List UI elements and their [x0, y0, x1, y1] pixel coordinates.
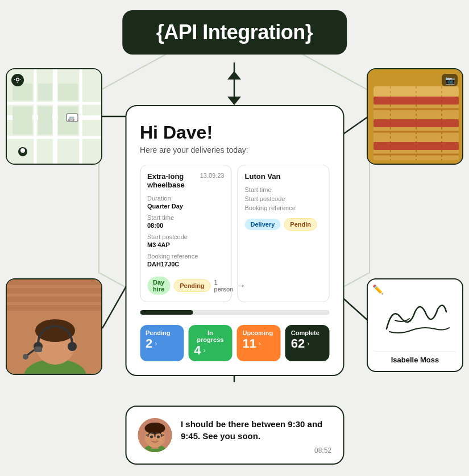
delivery-card-1: Extra-long wheelbase 13.09.23 Duration Q… [140, 165, 232, 302]
chat-avatar [138, 418, 172, 452]
signature-canvas [375, 286, 455, 348]
pencil-icon: ✏️ [372, 284, 384, 295]
delivery-card-2: Luton Van Start time Start postcode Book… [238, 165, 330, 302]
svg-marker-1 [227, 97, 241, 105]
delivery2-booking-label: Booking reference [245, 204, 322, 211]
svg-rect-45 [7, 297, 101, 302]
status-inprogress-button[interactable]: In progress 4 › [188, 325, 232, 361]
inprogress-arrow-icon: › [204, 346, 206, 354]
subgreeting-text: Here are your deliveries today: [140, 145, 329, 155]
complete-count: 62 [291, 337, 305, 350]
svg-marker-2 [227, 71, 241, 80]
svg-rect-44 [7, 288, 101, 294]
svg-point-54 [23, 354, 28, 360]
delivery1-duration-value: Quarter Day [147, 203, 225, 210]
svg-line-6 [340, 295, 368, 321]
warehouse-card: 📷 [367, 68, 463, 165]
svg-rect-15 [38, 83, 52, 101]
svg-rect-40 [373, 142, 459, 150]
svg-point-61 [150, 436, 153, 439]
complete-label: Complete [291, 329, 319, 336]
delivery1-starttime-label: Start time [147, 214, 225, 221]
svg-rect-43 [7, 279, 101, 285]
svg-rect-41 [373, 86, 459, 97]
svg-rect-46 [7, 305, 101, 311]
main-card: Hi Dave! Here are your deliveries today:… [125, 105, 344, 376]
status-upcoming-button[interactable]: Upcoming 11 › [237, 325, 281, 361]
page-title: {API Integration} [156, 20, 313, 44]
driver-card [6, 278, 102, 375]
upcoming-label: Upcoming [243, 329, 273, 336]
svg-rect-52 [34, 346, 42, 352]
signature-card: ✏️ Isabelle Moss [367, 278, 463, 372]
map-card: 🚐 [6, 68, 102, 165]
delivery1-title: Extra-long wheelbase [147, 172, 200, 189]
delivery1-duration-label: Duration [147, 195, 225, 202]
delivery1-postcode-value: M3 4AP [147, 241, 225, 248]
pending-count: 2 [146, 337, 152, 350]
svg-line-5 [340, 116, 368, 136]
svg-rect-16 [58, 83, 78, 101]
greeting-text: Hi Dave! [140, 122, 329, 143]
svg-text:🚐: 🚐 [68, 114, 75, 122]
map-location-icon [11, 74, 24, 86]
delivery1-starttime-value: 08:00 [147, 222, 225, 229]
camera-icon: 📷 [442, 74, 458, 86]
pending-arrow-icon: › [155, 340, 157, 348]
svg-point-25 [16, 78, 19, 81]
svg-rect-38 [373, 97, 459, 105]
svg-rect-19 [38, 106, 52, 135]
delivery1-booking-value: DAH17J0C [147, 261, 225, 268]
svg-point-24 [20, 148, 25, 153]
chat-time: 08:52 [181, 446, 331, 454]
status-pending-button[interactable]: Pending 2 › [140, 325, 184, 361]
signature-name: Isabelle Moss [375, 352, 455, 364]
inprogress-label: In progress [194, 329, 226, 343]
delivery1-tag3: 1 person [214, 279, 234, 293]
inprogress-count: 4 [194, 344, 201, 357]
delivery1-postcode-label: Start postcode [147, 233, 225, 240]
upcoming-count: 11 [243, 337, 256, 350]
complete-arrow-icon: › [307, 340, 309, 348]
delivery2-postcode-label: Start postcode [245, 195, 322, 202]
delivery2-title: Luton Van [245, 172, 281, 181]
svg-point-60 [146, 423, 164, 432]
delivery2-tag2[interactable]: Pendin [284, 218, 317, 231]
delivery1-booking-label: Booking reference [147, 253, 225, 260]
delivery1-tag1[interactable]: Day hire [147, 277, 170, 295]
svg-point-51 [68, 342, 77, 351]
svg-rect-18 [13, 106, 32, 135]
svg-point-49 [35, 319, 75, 342]
status-row: Pending 2 › In progress 4 › Upcoming 11 … [140, 325, 329, 361]
chat-card: I should be there between 9:30 and 9:45.… [125, 406, 344, 465]
chat-message: I should be there between 9:30 and 9:45.… [181, 418, 331, 442]
svg-point-62 [157, 436, 160, 439]
header-box: {API Integration} [122, 10, 347, 55]
pending-label: Pending [146, 329, 170, 336]
delivery-row: Extra-long wheelbase 13.09.23 Duration Q… [140, 165, 329, 302]
status-complete-button[interactable]: Complete 62 › [285, 325, 329, 361]
progress-bar [140, 310, 329, 315]
chat-content: I should be there between 9:30 and 9:45.… [181, 418, 331, 454]
delivery1-date: 13.09.23 [200, 172, 225, 179]
delivery2-starttime-label: Start time [245, 186, 322, 193]
upcoming-arrow-icon: › [259, 340, 261, 348]
delivery1-tag2[interactable]: Pending [173, 279, 210, 292]
svg-rect-39 [373, 119, 459, 127]
progress-bar-fill [140, 310, 193, 315]
delivery2-tag1[interactable]: Delivery [245, 219, 281, 230]
